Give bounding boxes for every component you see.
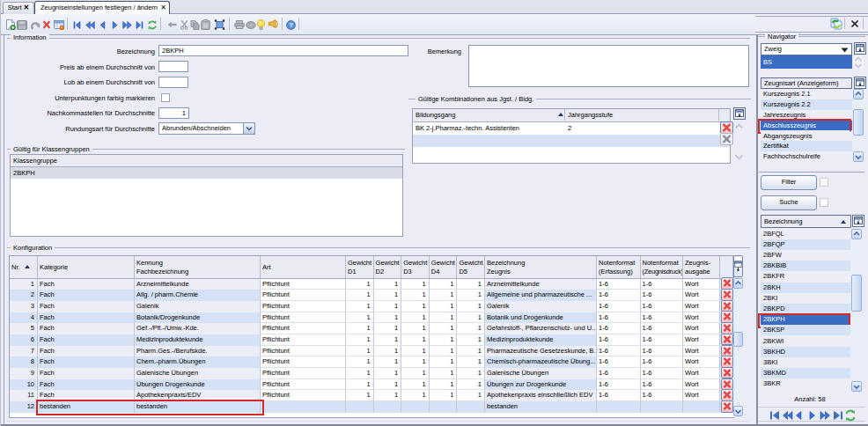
svg-text:?: ?: [289, 21, 293, 29]
